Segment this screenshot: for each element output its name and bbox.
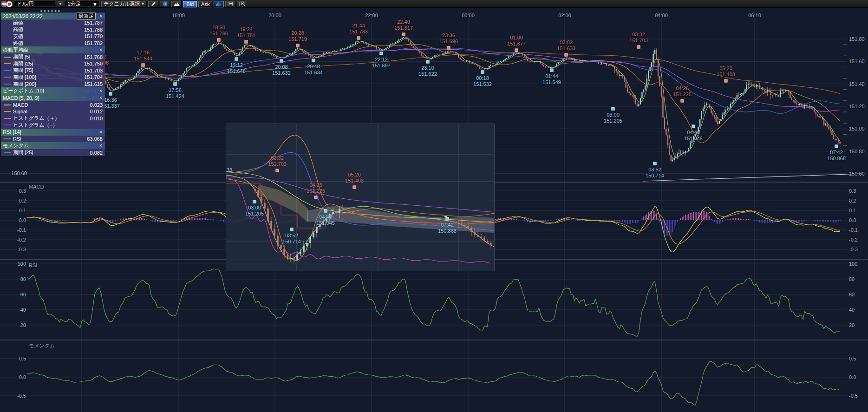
macd-pane-title: MACD	[29, 184, 44, 190]
technical-select-button[interactable]: テクニカル選択▼	[101, 1, 147, 7]
annotation-time: 23:36	[439, 33, 458, 39]
ask-button[interactable]: Ask	[198, 1, 212, 7]
info-button[interactable]: i	[160, 1, 170, 7]
indicator-section-header: モメンタム×	[1, 142, 105, 149]
peak-annotation: 18:50151.766	[209, 25, 228, 37]
inset-clipped-label: 33	[227, 167, 232, 173]
rsi-axis-label: 100	[849, 261, 857, 267]
peak-annotation: 23:36151.696	[439, 33, 458, 45]
series-color-swatch	[4, 84, 11, 85]
legend-label: 終値	[13, 40, 23, 47]
latest-bar-button[interactable]: 最新足	[77, 13, 96, 20]
rsi-axis-label: 80	[849, 276, 855, 282]
pair-dropdown-button[interactable]: ▼	[57, 1, 64, 7]
timeframe-select[interactable]: 2分足▼	[65, 1, 100, 7]
annotation-time: 03:00	[245, 205, 264, 211]
peak-marker	[314, 196, 318, 199]
chevron-down-icon: ▼	[141, 2, 144, 6]
section-title: MACD [5, 20, 9]	[3, 95, 98, 101]
annotation-price: 151.677	[507, 41, 526, 47]
panel-drag-grip[interactable]	[40, 10, 62, 12]
peak-marker	[296, 44, 300, 47]
annotation-price: 151.205	[604, 118, 622, 124]
bottom-annotation: 03:52150.714	[282, 233, 301, 245]
annotation-price: 151.045	[684, 136, 703, 142]
legend-value: 0.012	[90, 109, 103, 114]
legend-value: 151.768	[84, 54, 103, 60]
bar-datetime: 2024/03/20 22:22	[3, 13, 77, 19]
annotation-time: 00:18	[473, 75, 492, 81]
histogram-button[interactable]	[214, 1, 224, 7]
annotation-time: 18:50	[209, 25, 228, 31]
bottom-annotation: 04:40151.045	[316, 214, 335, 226]
bottom-marker	[550, 69, 554, 72]
legend-row: 期間 [75]151.703	[1, 67, 105, 74]
close-icon[interactable]: ×	[98, 47, 103, 52]
annotation-price: 151.697	[372, 63, 391, 69]
mountain-chart-button[interactable]	[171, 1, 182, 7]
series-color-swatch	[4, 105, 11, 105]
annotation-time: 17:16	[134, 50, 152, 56]
bottom-marker	[692, 125, 695, 128]
currency-pair-select[interactable]: ドル/円	[14, 1, 55, 7]
indicator-section-header: 移動平均線×	[1, 46, 105, 53]
peak-marker	[681, 99, 684, 103]
macd-axis-label: 0.2	[849, 198, 856, 203]
legend-label: 高値	[13, 26, 23, 33]
annotation-price: 151.766	[209, 31, 228, 37]
legend-row: ヒストグラム（＋）0.010	[1, 115, 105, 122]
draw-pencil-button[interactable]	[148, 1, 158, 7]
annotation-time: 20:08	[272, 64, 291, 70]
macd-axis-label: 0.3	[849, 188, 856, 194]
annotation-time: 07:42	[827, 150, 846, 156]
peak-annotation: 04:26151.225	[307, 182, 325, 194]
annotation-time: 20:48	[304, 64, 323, 70]
rsi-axis-label: 60	[20, 292, 26, 297]
bottom-marker	[446, 217, 449, 221]
bottom-annotation: 03:52150.714	[646, 167, 664, 179]
peak-marker	[245, 40, 248, 44]
annotation-price: 151.696	[439, 39, 458, 45]
close-icon[interactable]: ×	[98, 130, 103, 135]
close-icon[interactable]: ×	[98, 95, 103, 100]
zoom-out-button[interactable]	[225, 1, 235, 7]
zoom-in-button[interactable]	[237, 1, 247, 7]
bottom-marker	[312, 59, 315, 62]
macd-axis-label: 0.0	[19, 217, 26, 223]
annotation-price: 151.549	[542, 79, 561, 85]
close-icon[interactable]: ×	[98, 88, 103, 93]
legend-row: 高値151.788	[1, 26, 105, 33]
annotation-time: 03:32	[629, 32, 648, 38]
legend-value: 151.770	[84, 33, 103, 39]
annotation-time: 04:26	[307, 182, 325, 188]
peak-annotation: 05:20151.403	[345, 172, 364, 184]
annotation-price: 150.714	[646, 173, 664, 179]
price-axis-label: 151.40	[849, 81, 865, 87]
currency-flags-icon	[1, 1, 13, 7]
peak-marker	[565, 53, 568, 57]
annotation-price: 151.751	[237, 33, 255, 39]
currency-pair-value: ドル/円	[17, 0, 34, 7]
price-axis-label: 151.20	[849, 104, 865, 109]
annotation-price: 150.868	[438, 228, 457, 234]
annotation-time: 01:44	[542, 73, 561, 79]
peak-annotation: 04:26151.225	[673, 85, 692, 98]
bid-button[interactable]: Bid	[183, 1, 197, 7]
time-axis-label: 20:00	[268, 13, 281, 18]
annotation-price: 151.634	[304, 70, 323, 76]
series-color-swatch	[4, 152, 11, 153]
annotation-time: 19:12	[227, 62, 246, 68]
magnifier-inset-window[interactable]: 33 03:32151.70304:26151.22505:20151.4030…	[226, 124, 495, 271]
close-icon[interactable]: ×	[98, 143, 103, 148]
time-axis-label: 06:10	[748, 13, 761, 18]
peak-annotation: 05:20151.403	[717, 65, 735, 78]
peak-annotation: 17:16151.544	[134, 50, 152, 62]
legend-value: 0.010	[90, 116, 103, 121]
annotation-price: 151.205	[245, 211, 264, 217]
annotation-time: 05:20	[717, 65, 735, 72]
time-axis-label: 22:00	[365, 13, 378, 18]
peak-marker	[357, 37, 360, 40]
legend-value: 151.704	[84, 74, 103, 80]
time-axis-label: 18:00	[172, 13, 185, 18]
close-icon[interactable]: ×	[98, 13, 103, 19]
